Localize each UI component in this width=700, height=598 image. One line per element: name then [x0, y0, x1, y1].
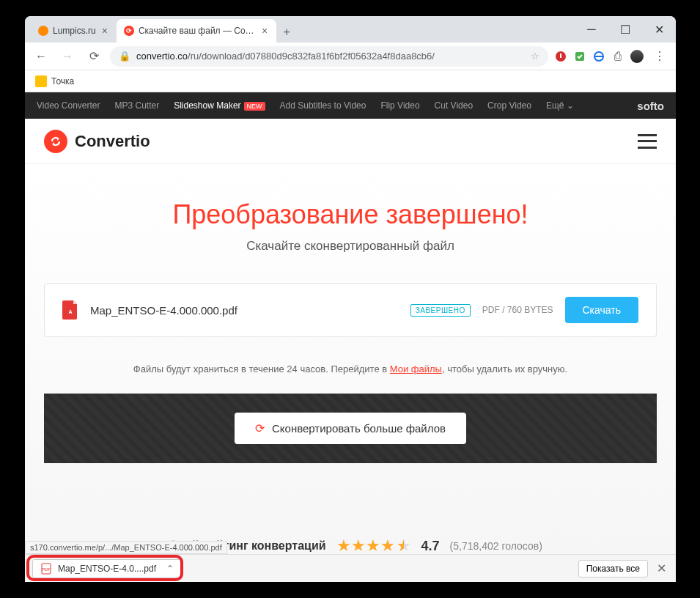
menu-button[interactable]: ⋮: [649, 46, 670, 67]
stars-icon: ★★★★★★: [336, 536, 411, 555]
pdf-icon: A: [62, 300, 78, 320]
nav-link-label: Ещё: [546, 100, 564, 111]
url-host: convertio.co: [136, 51, 188, 62]
reload-button[interactable]: ⟳: [84, 46, 104, 67]
tab-title: Скачайте ваш файл — Convertio: [139, 26, 256, 36]
close-icon[interactable]: ×: [260, 25, 269, 37]
favicon-icon: [38, 26, 48, 36]
favicon-icon: ⟳: [124, 26, 134, 36]
minimize-button[interactable]: ─: [575, 16, 608, 43]
folder-icon: [35, 75, 47, 87]
rating-count: (5,718,402 голосов): [450, 540, 542, 552]
status-badge: ЗАВЕРШЕНО: [410, 304, 471, 317]
browser-window: Lumpics.ru × ⟳ Скачайте ваш файл — Conve…: [25, 16, 676, 582]
extension-icon[interactable]: [554, 50, 567, 63]
menu-button[interactable]: [638, 134, 657, 149]
storage-note: Файлы будут храниться в течение 24 часов…: [44, 349, 657, 394]
new-badge: NEW: [244, 102, 265, 111]
my-files-link[interactable]: Мои файлы: [390, 363, 442, 374]
close-button[interactable]: ✕: [642, 16, 676, 43]
main-section: Преобразование завершено! Скачайте сконв…: [25, 164, 676, 555]
site-header: Convertio: [25, 119, 676, 164]
extension-icon[interactable]: [592, 50, 605, 63]
nav-link-label: Slideshow Maker: [174, 100, 240, 111]
pdf-icon: PDF: [40, 563, 52, 575]
back-button[interactable]: ←: [31, 46, 51, 67]
note-text: Файлы будут храниться в течение 24 часов…: [133, 363, 390, 374]
nav-link[interactable]: Add Subtitles to Video: [280, 100, 366, 111]
chevron-down-icon: ⌄: [567, 100, 574, 111]
nav-link[interactable]: MP3 Cutter: [115, 100, 160, 111]
file-name: Map_ENTSO-E-4.000.000.pdf: [90, 304, 399, 317]
close-icon[interactable]: ✕: [654, 561, 668, 575]
download-button[interactable]: Скачать: [565, 297, 639, 323]
bookmark-item[interactable]: Точка: [51, 76, 74, 86]
convert-more-label: Сконвертировать больше файлов: [272, 422, 446, 435]
titlebar: Lumpics.ru × ⟳ Скачайте ваш файл — Conve…: [25, 16, 676, 43]
profile-avatar[interactable]: [630, 50, 644, 63]
logo-icon: [44, 130, 67, 153]
page-content: Video Converter MP3 Cutter Slideshow Mak…: [25, 92, 676, 582]
extension-icon[interactable]: [573, 50, 586, 63]
download-item[interactable]: PDF Map_ENTSO-E-4.0....pdf ⌃: [32, 559, 182, 578]
file-meta: PDF / 760 BYTES: [482, 305, 553, 315]
nav-link[interactable]: Cut Video: [435, 100, 473, 111]
nav-link[interactable]: Slideshow MakerNEW: [174, 100, 265, 111]
tab-convertio[interactable]: ⟳ Скачайте ваш файл — Convertio ×: [117, 19, 276, 43]
rating-value: 4.7: [421, 539, 440, 554]
tab-strip: Lumpics.ru × ⟳ Скачайте ваш файл — Conve…: [25, 18, 575, 43]
nav-link[interactable]: Video Converter: [37, 100, 100, 111]
svg-rect-1: [560, 53, 561, 58]
url-text: convertio.co/ru/download/d07880d9c832fa8…: [136, 51, 525, 62]
show-all-button[interactable]: Показать все: [578, 560, 648, 577]
refresh-icon: ⟳: [255, 421, 265, 435]
file-result-row: A Map_ENTSO-E-4.000.000.pdf ЗАВЕРШЕНО PD…: [44, 283, 657, 337]
note-text: , чтобы удалить их вручную.: [442, 363, 567, 374]
extensions: ⎙ ⋮: [554, 46, 670, 67]
new-tab-button[interactable]: +: [276, 22, 297, 43]
chevron-up-icon[interactable]: ⌃: [166, 564, 174, 574]
page-title: Преобразование завершено!: [44, 199, 657, 230]
status-bar-url: s170.convertio.me/p/.../Map_ENTSO-E-4.00…: [25, 541, 227, 554]
softo-nav: Video Converter MP3 Cutter Slideshow Mak…: [25, 92, 676, 119]
softo-brand: softo: [637, 100, 664, 112]
page-subtitle: Скачайте сконвертированный файл: [44, 239, 657, 254]
download-filename: Map_ENTSO-E-4.0....pdf: [58, 564, 156, 574]
bookmarks-bar: Точка: [25, 70, 676, 92]
convert-more-band: ⟳ Сконвертировать больше файлов: [44, 394, 657, 463]
nav-link[interactable]: Flip Video: [380, 100, 419, 111]
download-shelf: PDF Map_ENTSO-E-4.0....pdf ⌃ Показать вс…: [25, 554, 676, 582]
svg-text:A: A: [68, 309, 72, 314]
nav-link-more[interactable]: Ещё ⌄: [546, 100, 574, 111]
nav-link[interactable]: Crop Video: [487, 100, 531, 111]
lock-icon: 🔒: [119, 51, 130, 62]
convert-more-button[interactable]: ⟳ Сконвертировать больше файлов: [235, 413, 466, 444]
forward-button[interactable]: →: [57, 46, 78, 67]
tab-lumpics[interactable]: Lumpics.ru ×: [31, 19, 117, 43]
close-icon[interactable]: ×: [100, 25, 109, 37]
maximize-button[interactable]: ☐: [608, 16, 642, 43]
address-bar: ← → ⟳ 🔒 convertio.co/ru/download/d07880d…: [25, 43, 676, 70]
url-path: /ru/download/d07880d9c832fa81f6bf2f05632…: [188, 51, 435, 62]
tab-title: Lumpics.ru: [53, 26, 96, 36]
reading-list-icon[interactable]: ⎙: [611, 50, 625, 63]
logo[interactable]: Convertio: [44, 130, 150, 153]
svg-text:PDF: PDF: [42, 567, 51, 572]
logo-text: Convertio: [75, 132, 150, 151]
bookmark-star-icon[interactable]: ☆: [531, 51, 539, 62]
url-input[interactable]: 🔒 convertio.co/ru/download/d07880d9c832f…: [110, 46, 548, 67]
window-controls: ─ ☐ ✕: [575, 16, 676, 43]
